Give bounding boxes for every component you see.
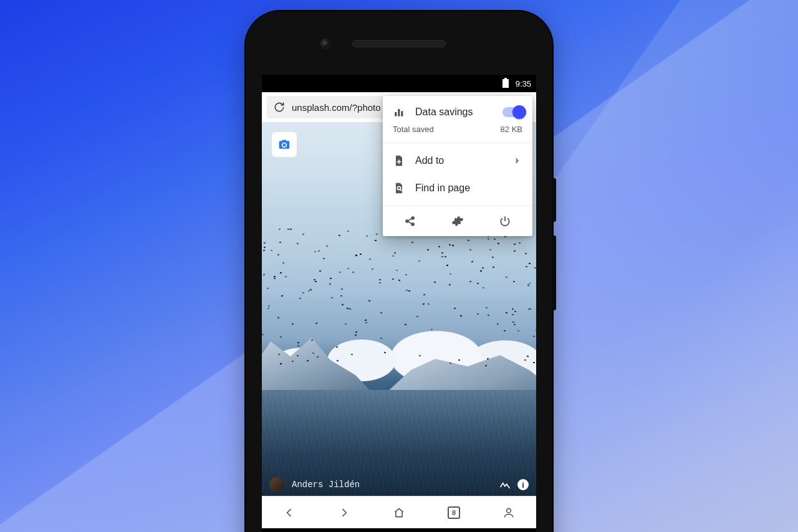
menu-data-savings[interactable]: Data savings: [383, 96, 532, 125]
phone-speaker-grille: [352, 40, 446, 47]
tab-count-label: 8: [452, 509, 456, 516]
total-saved-value: 82 KB: [501, 125, 522, 134]
desktop-wallpaper: 9:35 unsplash.com/?photo: [0, 0, 798, 532]
chevron-right-icon: [511, 154, 524, 167]
share-button[interactable]: [404, 215, 416, 227]
add-page-icon: [393, 154, 405, 167]
menu-action-row: [383, 206, 532, 236]
profile-button[interactable]: [502, 506, 515, 519]
phone-side-button: [552, 235, 556, 310]
svg-rect-2: [398, 109, 400, 116]
avatar[interactable]: [269, 477, 284, 492]
menu-label: Data savings: [415, 107, 473, 118]
camera-icon: [278, 138, 291, 151]
menu-find-in-page[interactable]: Find in page: [383, 178, 532, 206]
battery-icon: [499, 77, 512, 90]
phone-screen: 9:35 unsplash.com/?photo: [262, 75, 536, 532]
forward-button[interactable]: [338, 506, 350, 519]
photo-author[interactable]: Anders Jildén: [292, 480, 360, 490]
browser-bottom-nav: 8: [262, 496, 536, 528]
settings-button[interactable]: [451, 215, 464, 227]
address-text: unsplash.com/?photo: [292, 102, 381, 113]
info-icon[interactable]: i: [517, 479, 529, 490]
menu-label: Add to: [415, 155, 444, 166]
menu-add-to[interactable]: Add to: [383, 143, 532, 178]
total-saved-label: Total saved: [393, 125, 434, 134]
status-time: 9:35: [516, 79, 531, 88]
phone-bezel-top: [246, 11, 552, 75]
camera-button[interactable]: [272, 132, 297, 157]
svg-rect-1: [395, 112, 397, 116]
data-savings-toggle[interactable]: [502, 107, 524, 117]
bar-chart-icon: [393, 106, 405, 118]
phone-side-button: [552, 178, 556, 222]
menu-data-savings-detail: Total saved 82 KB: [383, 125, 532, 143]
overflow-menu: Data savings Total saved 82 KB Add to: [383, 96, 532, 236]
svg-point-0: [507, 508, 511, 513]
find-in-page-icon: [393, 182, 405, 194]
reload-icon[interactable]: [273, 101, 286, 113]
power-button[interactable]: [499, 215, 511, 227]
stats-icon[interactable]: [499, 478, 511, 491]
back-button[interactable]: [283, 506, 296, 519]
android-status-bar: 9:35: [262, 75, 536, 92]
menu-label: Find in page: [415, 183, 470, 194]
tabs-button[interactable]: 8: [448, 506, 460, 519]
svg-rect-3: [401, 111, 403, 116]
phone-frame: 9:35 unsplash.com/?photo: [246, 11, 552, 532]
phone-front-camera: [320, 39, 330, 49]
home-button[interactable]: [393, 506, 405, 519]
photo-attribution-bar: Anders Jildén i: [262, 477, 536, 492]
